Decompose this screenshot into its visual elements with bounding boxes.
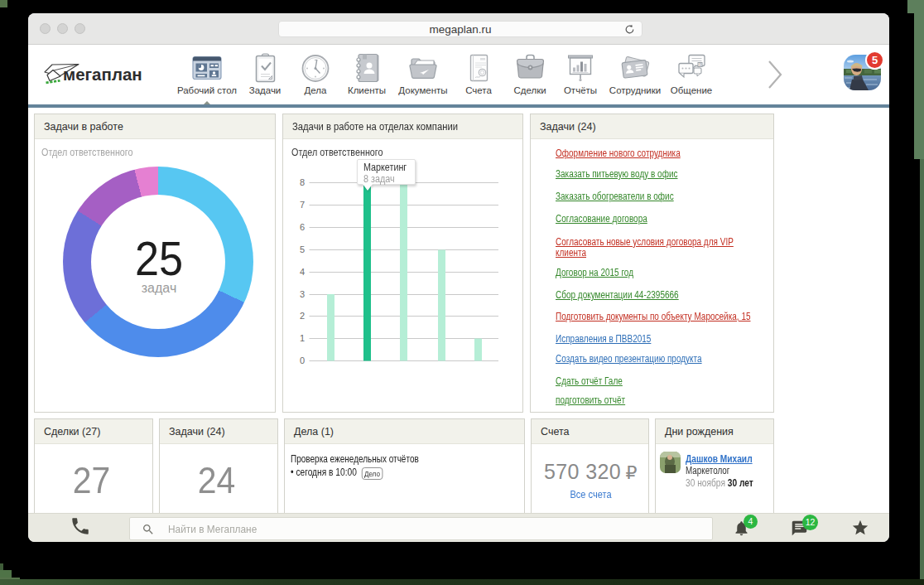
- svg-text:8: 8: [300, 177, 305, 187]
- svg-text:3: 3: [300, 289, 305, 299]
- svg-text:5: 5: [300, 244, 305, 254]
- svg-text:1: 1: [300, 333, 305, 343]
- svg-text:2: 2: [300, 311, 305, 321]
- svg-text:0: 0: [300, 355, 305, 365]
- svg-text:6: 6: [300, 222, 305, 232]
- svg-text:7: 7: [300, 200, 305, 210]
- svg-text:4: 4: [300, 267, 305, 277]
